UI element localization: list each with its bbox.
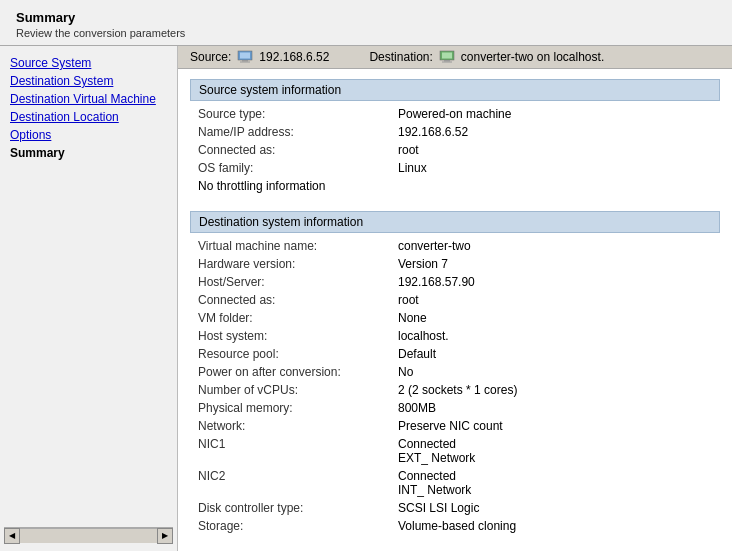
svg-rect-3 <box>240 62 250 63</box>
row-value: 192.168.57.90 <box>390 273 720 291</box>
row-value: 2 (2 sockets * 1 cores) <box>390 381 720 399</box>
table-row: Physical memory: 800MB <box>190 399 720 417</box>
row-value: localhost. <box>390 327 720 345</box>
source-value: 192.168.6.52 <box>259 50 329 64</box>
table-row: Host system: localhost. <box>190 327 720 345</box>
row-value: SCSI LSI Logic <box>390 499 720 517</box>
row-value: Version 7 <box>390 255 720 273</box>
table-row: Storage: Volume-based cloning <box>190 517 720 535</box>
table-row: NIC1 Connected EXT_ Network <box>190 435 720 467</box>
row-label: Network: <box>190 417 390 435</box>
row-value: 800MB <box>390 399 720 417</box>
sidebar-item-source-system[interactable]: Source System <box>4 54 173 72</box>
row-label: Disk controller type: <box>190 499 390 517</box>
row-label: Virtual machine name: <box>190 237 390 255</box>
sidebar: Source System Destination System Destina… <box>0 46 178 551</box>
table-row: NIC2 Connected INT_ Network <box>190 467 720 499</box>
table-row: Number of vCPUs: 2 (2 sockets * 1 cores) <box>190 381 720 399</box>
row-value: None <box>390 309 720 327</box>
table-row: Connected as: root <box>190 291 720 309</box>
table-row: Hardware version: Version 7 <box>190 255 720 273</box>
row-label: Source type: <box>190 105 390 123</box>
scroll-right-button[interactable]: ▶ <box>157 528 173 544</box>
dest-info-table: Virtual machine name: converter-two Hard… <box>190 237 720 535</box>
table-row: Connected as: root <box>190 141 720 159</box>
main-content: Source System Destination System Destina… <box>0 45 732 551</box>
svg-rect-7 <box>442 62 452 63</box>
row-value: root <box>390 291 720 309</box>
dest-label: Destination: <box>369 50 432 64</box>
row-value: Linux <box>390 159 720 177</box>
row-label: Hardware version: <box>190 255 390 273</box>
svg-rect-1 <box>240 53 250 59</box>
nic1-connected: Connected <box>398 437 712 451</box>
table-row: Name/IP address: 192.168.6.52 <box>190 123 720 141</box>
table-row: Host/Server: 192.168.57.90 <box>190 273 720 291</box>
row-label: Host system: <box>190 327 390 345</box>
dest-computer-icon <box>439 50 455 64</box>
table-row: Disk controller type: SCSI LSI Logic <box>190 499 720 517</box>
row-label: VM folder: <box>190 309 390 327</box>
svg-rect-5 <box>442 53 452 59</box>
sidebar-item-destination-vm[interactable]: Destination Virtual Machine <box>4 90 173 108</box>
row-value: 192.168.6.52 <box>390 123 720 141</box>
row-label: Physical memory: <box>190 399 390 417</box>
dest-info-header: Destination system information <box>190 211 720 233</box>
source-computer-icon <box>237 50 253 64</box>
row-label: Connected as: <box>190 141 390 159</box>
row-label: NIC1 <box>190 435 390 467</box>
header-section: Summary Review the conversion parameters <box>0 0 732 45</box>
top-bar-source: Source: 192.168.6.52 <box>190 50 329 64</box>
scroll-content[interactable]: Source system information Source type: P… <box>178 69 732 551</box>
page-subtitle: Review the conversion parameters <box>16 27 716 39</box>
row-value: Default <box>390 345 720 363</box>
row-label: Resource pool: <box>190 345 390 363</box>
top-bar: Source: 192.168.6.52 Destination: <box>178 46 732 69</box>
dest-info-section: Destination system information Virtual m… <box>190 211 720 535</box>
row-label: Storage: <box>190 517 390 535</box>
dest-value: converter-two on localhost. <box>461 50 604 64</box>
row-label: NIC2 <box>190 467 390 499</box>
sidebar-item-destination-system[interactable]: Destination System <box>4 72 173 90</box>
row-value: Preserve NIC count <box>390 417 720 435</box>
row-value: root <box>390 141 720 159</box>
scroll-left-button[interactable]: ◀ <box>4 528 20 544</box>
table-row: Source type: Powered-on machine <box>190 105 720 123</box>
row-label: Connected as: <box>190 291 390 309</box>
sidebar-scrollbar: ◀ ▶ <box>4 527 173 543</box>
row-value: converter-two <box>390 237 720 255</box>
row-value: No <box>390 363 720 381</box>
page-container: Summary Review the conversion parameters… <box>0 0 732 551</box>
row-label: Power on after conversion: <box>190 363 390 381</box>
table-row: No throttling information <box>190 177 720 195</box>
table-row: OS family: Linux <box>190 159 720 177</box>
svg-rect-2 <box>242 60 248 62</box>
table-row: Network: Preserve NIC count <box>190 417 720 435</box>
content-area: Source: 192.168.6.52 Destination: <box>178 46 732 551</box>
sidebar-item-options[interactable]: Options <box>4 126 173 144</box>
row-label: No throttling information <box>190 177 720 195</box>
table-row: Resource pool: Default <box>190 345 720 363</box>
sidebar-item-destination-location[interactable]: Destination Location <box>4 108 173 126</box>
row-label: Host/Server: <box>190 273 390 291</box>
nic2-network: INT_ Network <box>398 483 712 497</box>
row-value: Volume-based cloning <box>390 517 720 535</box>
source-info-table: Source type: Powered-on machine Name/IP … <box>190 105 720 195</box>
row-value: Powered-on machine <box>390 105 720 123</box>
table-row: VM folder: None <box>190 309 720 327</box>
row-label: OS family: <box>190 159 390 177</box>
row-label: Name/IP address: <box>190 123 390 141</box>
source-info-header: Source system information <box>190 79 720 101</box>
table-row: Power on after conversion: No <box>190 363 720 381</box>
row-value: Connected INT_ Network <box>390 467 720 499</box>
row-label: Number of vCPUs: <box>190 381 390 399</box>
table-row: Virtual machine name: converter-two <box>190 237 720 255</box>
nic2-connected: Connected <box>398 469 712 483</box>
source-info-section: Source system information Source type: P… <box>190 79 720 195</box>
row-value: Connected EXT_ Network <box>390 435 720 467</box>
source-label: Source: <box>190 50 231 64</box>
sidebar-item-summary[interactable]: Summary <box>4 144 173 162</box>
top-bar-dest: Destination: converter-two on localhost. <box>369 50 604 64</box>
svg-rect-6 <box>444 60 450 62</box>
nic1-network: EXT_ Network <box>398 451 712 465</box>
